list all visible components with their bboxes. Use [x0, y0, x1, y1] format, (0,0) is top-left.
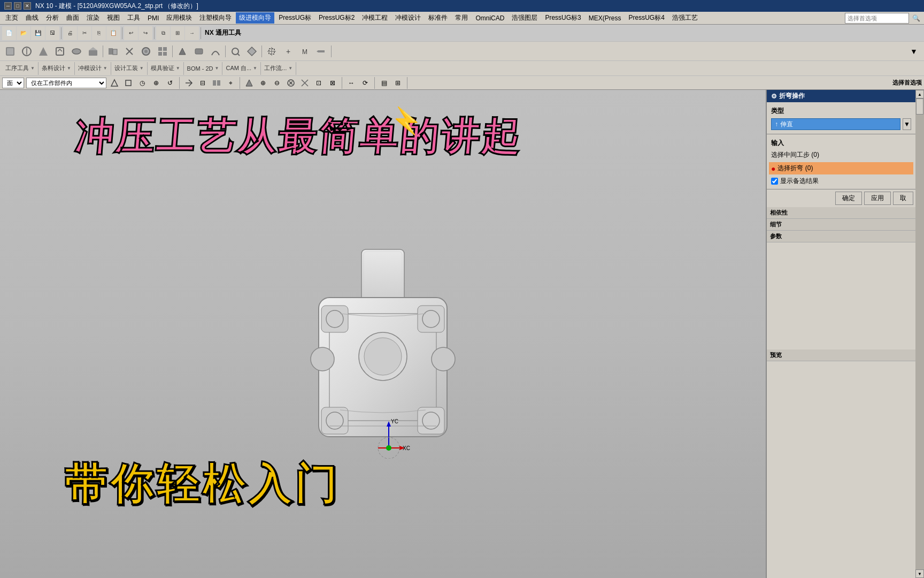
menu-pmi[interactable]: PMI — [144, 13, 162, 23]
filter-btn-9[interactable]: ⌖ — [225, 77, 236, 89]
right-scrollbar[interactable]: ▲ ▼ — [915, 90, 924, 578]
tb-cascade-btn[interactable]: ⊞ — [171, 26, 184, 40]
filter-btn-18[interactable]: ⟳ — [359, 77, 371, 89]
tb-save2-btn[interactable]: 🖫 — [45, 26, 59, 40]
toolbar-group-fixture[interactable]: 设计工装 ▼ — [111, 62, 148, 75]
viewport[interactable]: 冲压工艺从最简单的讲起 ⚡ — [0, 90, 766, 578]
tb2-btn-15[interactable] — [244, 43, 260, 59]
tb2-btn-last[interactable]: ▼ — [906, 43, 922, 59]
menu-dieeng[interactable]: 冲模工程 — [359, 12, 391, 24]
menu-standard[interactable]: 标准件 — [425, 12, 451, 24]
tb2-btn-13[interactable] — [207, 43, 224, 59]
tb2-btn-16[interactable] — [264, 43, 280, 59]
tb2-btn-5[interactable] — [68, 43, 84, 59]
menu-home[interactable]: 主页 — [2, 12, 21, 24]
tb2-btn-18[interactable]: M — [297, 43, 313, 59]
scope-filter-select[interactable]: 仅在工作部件内 — [26, 78, 106, 88]
search-icon[interactable]: 🔍 — [910, 12, 922, 24]
face-filter-select[interactable]: 面 — [2, 78, 24, 88]
scroll-thumb[interactable] — [916, 98, 923, 115]
menu-diedesign[interactable]: 冲模设计 — [392, 12, 424, 24]
toolbar-group-cam[interactable]: CAM 自... ▼ — [222, 62, 261, 75]
filter-btn-8[interactable] — [211, 77, 222, 89]
maximize-btn[interactable]: □ — [14, 2, 21, 10]
tb-copy-btn[interactable]: ⎘ — [92, 26, 106, 40]
tb-print-btn[interactable]: 🖨 — [63, 26, 77, 40]
toolbar-group-moldverify[interactable]: 模具验证 ▼ — [148, 62, 184, 75]
tb2-btn-7[interactable] — [105, 43, 121, 59]
tb-open-btn[interactable]: 📂 — [17, 26, 30, 40]
cancel-button[interactable]: 取 — [893, 192, 913, 205]
toolbar-group-workflow[interactable]: 工作流... ▼ — [261, 62, 296, 75]
scroll-track[interactable] — [915, 98, 924, 569]
tb-window-btn[interactable]: ⧉ — [156, 26, 170, 40]
menu-pressug2[interactable]: PressUG标2 — [315, 12, 358, 24]
tb2-btn-14[interactable] — [227, 43, 243, 59]
tb2-btn-19[interactable] — [313, 43, 329, 59]
tb-arrow-btn[interactable]: → — [185, 26, 199, 40]
filter-btn-12[interactable]: ⊖ — [271, 77, 283, 89]
type-input[interactable]: ↑ 伸直 — [771, 118, 900, 130]
toolbar-group-strip[interactable]: 条料设计 ▼ — [38, 62, 75, 75]
menu-render[interactable]: 渲染 — [83, 12, 103, 24]
tb2-btn-10[interactable] — [155, 43, 171, 59]
menu-pressug3[interactable]: PressUG标3 — [542, 12, 584, 24]
window-controls[interactable]: ─ □ ✕ — [4, 2, 31, 10]
filter-btn-11[interactable]: ⊕ — [257, 77, 269, 89]
apply-button[interactable]: 应用 — [864, 192, 891, 205]
tb-paste-btn[interactable]: 📋 — [106, 26, 120, 40]
tb2-btn-17[interactable]: + — [280, 43, 296, 59]
scroll-up-btn[interactable]: ▲ — [915, 90, 924, 98]
tb2-btn-11[interactable] — [174, 43, 190, 59]
tb-undo-btn[interactable]: ↩ — [124, 26, 138, 40]
tb-save-btn[interactable]: 💾 — [31, 26, 45, 40]
menu-haoqiang2[interactable]: 浩强工艺 — [669, 12, 701, 24]
tb2-btn-8[interactable] — [121, 43, 137, 59]
menu-pressug4[interactable]: PressUG标4 — [625, 12, 667, 24]
filter-btn-13[interactable] — [285, 77, 297, 89]
tb2-btn-12[interactable] — [191, 43, 207, 59]
menu-analyze[interactable]: 分析 — [43, 12, 62, 24]
menu-haoqiang[interactable]: 浩强图层 — [509, 12, 541, 24]
menu-view[interactable]: 视图 — [104, 12, 123, 24]
menu-pressug1[interactable]: PressUG标 — [275, 12, 314, 24]
menu-omnicad[interactable]: OmniCAD — [472, 13, 507, 23]
show-alternatives-checkbox[interactable] — [771, 178, 778, 185]
filter-btn-10[interactable] — [243, 77, 255, 89]
tb-new-btn[interactable]: 📄 — [2, 26, 16, 40]
filter-btn-20[interactable]: ⊞ — [392, 77, 404, 89]
close-btn[interactable]: ✕ — [24, 2, 31, 10]
menu-common[interactable]: 常用 — [452, 12, 471, 24]
filter-btn-4[interactable]: ⊕ — [150, 77, 162, 89]
filter-btn-15[interactable]: ⊡ — [313, 77, 325, 89]
filter-btn-3[interactable]: ◷ — [136, 77, 148, 89]
filter-btn-16[interactable]: ⊠ — [327, 77, 338, 89]
filter-btn-19[interactable]: ▤ — [378, 77, 390, 89]
filter-btn-14[interactable] — [299, 77, 311, 89]
confirm-button[interactable]: 确定 — [835, 192, 862, 205]
minimize-btn[interactable]: ─ — [4, 2, 12, 10]
tb2-btn-4[interactable] — [52, 43, 68, 59]
tb-cut-btn[interactable]: ✂ — [78, 26, 91, 40]
toolbar-group-optools[interactable]: 工序工具 ▼ — [2, 62, 38, 75]
tb2-btn-1[interactable] — [2, 43, 18, 59]
tb2-btn-2[interactable] — [19, 43, 35, 59]
menu-mex[interactable]: MEX(Press — [586, 13, 625, 23]
filter-btn-5[interactable]: ↺ — [164, 77, 176, 89]
toolbar-group-bom[interactable]: BOM - 2D ▼ — [184, 62, 223, 75]
tb2-btn-6[interactable] — [85, 43, 101, 59]
menu-progressive[interactable]: 级进模向导 — [236, 12, 274, 24]
menu-surface[interactable]: 曲面 — [63, 12, 82, 24]
menu-tools[interactable]: 工具 — [124, 12, 143, 24]
filter-btn-6[interactable] — [183, 77, 195, 89]
filter-btn-1[interactable] — [109, 77, 120, 89]
tb-redo-btn[interactable]: ↪ — [138, 26, 152, 40]
scroll-down-btn[interactable]: ▼ — [915, 569, 924, 578]
tb2-btn-9[interactable] — [138, 43, 154, 59]
filter-btn-7[interactable]: ⊟ — [197, 77, 209, 89]
tb2-btn-3[interactable] — [35, 43, 51, 59]
filter-btn-17[interactable]: ↔ — [345, 77, 357, 89]
toolbar-group-diedesign[interactable]: 冲模设计 ▼ — [75, 62, 111, 75]
search-command-input[interactable] — [845, 13, 909, 24]
type-dropdown-btn[interactable]: ▼ — [903, 118, 911, 130]
